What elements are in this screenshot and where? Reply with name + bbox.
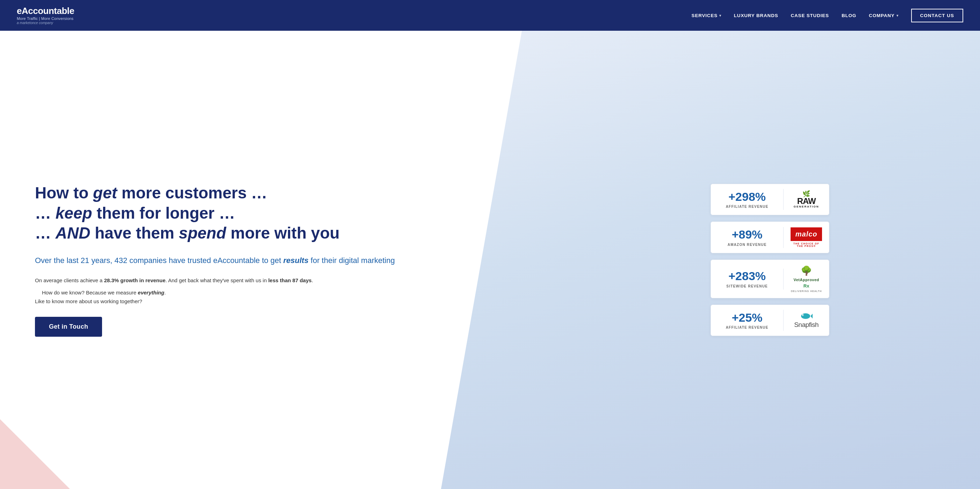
hero-left: How to get more customers … … keep them … <box>0 31 568 489</box>
headline-line3: … AND have them spend more with you <box>35 224 340 242</box>
stat-card-malco: +89% AMAZON REVENUE malco THE CHOICE OF … <box>711 221 829 253</box>
navbar: eAccountable More Traffic | More Convers… <box>0 0 980 31</box>
stat-label-snapfish: AFFILIATE REVENUE <box>718 325 776 329</box>
hero-right: +298% AFFILIATE REVENUE 🌿 RAW GENERATION… <box>568 31 980 489</box>
nav-link-blog[interactable]: BLOG <box>842 13 856 18</box>
nav-link-luxury-brands[interactable]: LUXURY BRANDS <box>734 13 778 18</box>
chevron-down-icon: ▾ <box>719 14 721 17</box>
raw-generation-logo: 🌿 RAW GENERATION <box>794 191 819 208</box>
stat-label-raw: AFFILIATE REVENUE <box>718 205 776 208</box>
stat-percent-snapfish: +25% <box>718 311 776 324</box>
stat-card-snapfish: +25% AFFILIATE REVENUE Snapfish <box>711 305 829 336</box>
nav-link-services[interactable]: SERVICES ▾ <box>692 13 721 18</box>
hero-cta-text: Like to know more about us working toget… <box>35 298 546 304</box>
stat-left-snapfish: +25% AFFILIATE REVENUE <box>711 305 783 336</box>
nav-item-contact[interactable]: CONTACT US <box>911 9 964 22</box>
svg-point-0 <box>801 313 810 319</box>
stat-percent-vet: +283% <box>718 270 776 283</box>
hero-subheadline: Over the last 21 years, 432 companies ha… <box>35 255 546 266</box>
stat-left-raw: +298% AFFILIATE REVENUE <box>711 184 783 215</box>
svg-marker-1 <box>810 314 813 319</box>
malco-logo: malco THE CHOICE OF THE PROS® <box>791 227 822 247</box>
logo-sub: a marketonce company <box>17 21 75 25</box>
stat-card-raw-generation: +298% AFFILIATE REVENUE 🌿 RAW GENERATION <box>711 184 829 215</box>
stat-brand-raw: 🌿 RAW GENERATION <box>784 185 829 214</box>
nav-item-blog[interactable]: BLOG <box>842 13 856 18</box>
hero-stats-text: On average clients achieve a 28.3% growt… <box>35 276 546 285</box>
nav-item-case-studies[interactable]: CASE STUDIES <box>791 13 829 18</box>
stat-brand-malco: malco THE CHOICE OF THE PROS® <box>784 222 829 253</box>
stat-left-malco: +89% AMAZON REVENUE <box>711 222 783 252</box>
vet-approved-logo: 🌳 VetApproved Rx DELIVERING HEALTH <box>791 265 822 292</box>
headline-line2: … keep them for longer … <box>35 204 235 222</box>
contact-us-button[interactable]: CONTACT US <box>911 9 964 22</box>
nav-item-company[interactable]: COMPANY ▾ <box>869 13 898 18</box>
snapfish-logo: Snapfish <box>794 312 819 329</box>
nav-links: SERVICES ▾ LUXURY BRANDS CASE STUDIES BL… <box>692 9 963 22</box>
stat-card-vet-approved: +283% SITEWIDE REVENUE 🌳 VetApproved Rx … <box>711 259 829 298</box>
hero-headline: How to get more customers … … keep them … <box>35 183 546 243</box>
stat-brand-vet: 🌳 VetApproved Rx DELIVERING HEALTH <box>784 260 829 298</box>
nav-item-services[interactable]: SERVICES ▾ <box>692 13 721 18</box>
stat-brand-snapfish: Snapfish <box>784 307 829 334</box>
stat-label-malco: AMAZON REVENUE <box>718 243 776 247</box>
stat-left-vet: +283% SITEWIDE REVENUE <box>711 264 783 294</box>
stat-percent-raw: +298% <box>718 191 776 203</box>
snapfish-fish-icon <box>800 312 813 320</box>
hero-measure-text: How do we know? Because we measure every… <box>42 289 546 295</box>
nav-item-luxury-brands[interactable]: LUXURY BRANDS <box>734 13 778 18</box>
chevron-down-icon-company: ▾ <box>896 14 899 17</box>
get-in-touch-button[interactable]: Get in Touch <box>35 317 102 337</box>
stat-label-vet: SITEWIDE REVENUE <box>718 284 776 288</box>
logo-name: eAccountable <box>17 6 75 16</box>
headline-line1: How to get more customers … <box>35 184 267 202</box>
svg-point-3 <box>803 315 803 315</box>
logo[interactable]: eAccountable More Traffic | More Convers… <box>17 6 75 25</box>
hero-section: How to get more customers … … keep them … <box>0 31 980 489</box>
nav-link-case-studies[interactable]: CASE STUDIES <box>791 13 829 18</box>
nav-link-company[interactable]: COMPANY ▾ <box>869 13 898 18</box>
logo-tagline: More Traffic | More Conversions <box>17 16 75 21</box>
stat-percent-malco: +89% <box>718 228 776 241</box>
